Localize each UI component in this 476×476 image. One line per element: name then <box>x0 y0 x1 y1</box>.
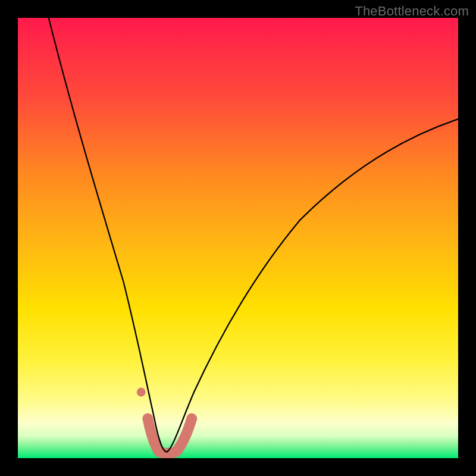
highlight-dot-left <box>137 388 146 397</box>
curve-layer <box>18 18 458 458</box>
watermark-text: TheBottleneck.com <box>355 4 469 19</box>
bottleneck-curve <box>49 18 458 452</box>
chart-frame: TheBottleneck.com <box>0 0 476 476</box>
plot-area <box>18 18 458 458</box>
